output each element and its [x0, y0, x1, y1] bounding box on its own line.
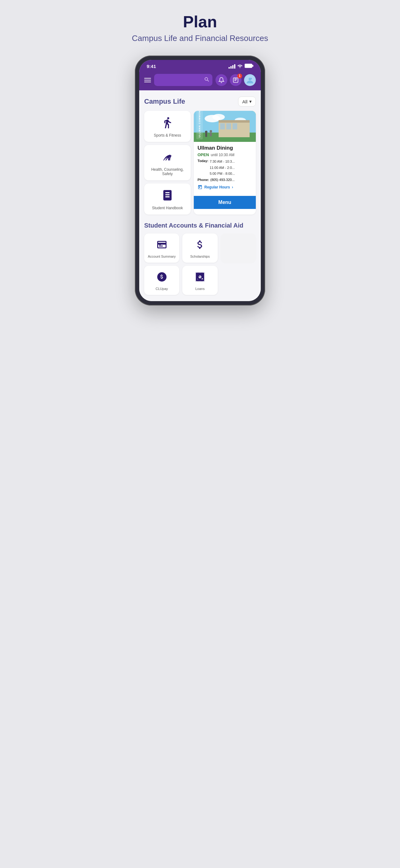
until-text: until 10:30 AM [211, 153, 234, 157]
search-input[interactable] [157, 78, 202, 83]
today-label: Today: [198, 159, 208, 177]
hours-1: 7:30 AM - 10:3... [210, 159, 235, 164]
student-handbook-card[interactable]: Student Handbook [144, 183, 191, 215]
svg-point-12 [212, 114, 225, 120]
clupay-label: CLUpay [156, 287, 168, 290]
notifications-button[interactable]: 1 [230, 74, 241, 86]
phone-label: Phone: [198, 178, 209, 182]
loans-icon: % [194, 271, 206, 284]
chevron-down-icon: ▾ [249, 99, 252, 104]
svg-rect-1 [245, 64, 252, 68]
page-subtitle: Campus Life and Financial Resources [132, 34, 268, 43]
third-fin-card[interactable] [221, 234, 256, 262]
phone-number: (805) 493-320... [210, 178, 234, 182]
dining-card[interactable]: ULLMAN COMMONS Ullman Dining OPEN until … [194, 111, 256, 215]
campus-cards-column: Sports & Fitness Health, Counseling, Saf… [144, 111, 191, 215]
health-counseling-card[interactable]: Health, Counseling, Safety [144, 145, 191, 180]
clupay-card[interactable]: CLUpay [144, 266, 179, 295]
svg-point-21 [210, 130, 212, 132]
account-summary-icon [156, 239, 167, 251]
nav-actions: 1 [215, 74, 256, 86]
handbook-icon [161, 189, 174, 203]
open-badge: OPEN [198, 152, 209, 157]
svg-rect-15 [220, 123, 225, 129]
loans-label: Loans [195, 287, 205, 290]
svg-rect-22 [210, 132, 212, 136]
status-time: 9:41 [147, 64, 156, 69]
signal-bars [229, 64, 235, 69]
dining-name: Ullman Dining [198, 145, 252, 151]
health-counseling-label: Health, Counseling, Safety [147, 167, 188, 176]
phone-frame: 9:41 [135, 56, 265, 306]
status-bar: 9:41 [139, 60, 261, 71]
financial-aid-grid: Account Summary Scholarships [144, 234, 256, 295]
hamburger-icon[interactable] [144, 78, 151, 82]
filter-dropdown[interactable]: All ▾ [238, 97, 256, 106]
campus-life-title: Campus Life [144, 97, 185, 105]
dining-image-overlay: ULLMAN COMMONS [196, 111, 203, 140]
ullman-commons-text: ULLMAN COMMONS [198, 111, 201, 137]
sports-fitness-label: Sports & Fitness [154, 133, 181, 137]
regular-hours-button[interactable]: Regular Hours › [198, 183, 252, 191]
search-icon [204, 76, 209, 84]
filter-label: All [242, 99, 247, 104]
account-summary-card[interactable]: Account Summary [144, 234, 179, 262]
chevron-right-icon: › [232, 185, 233, 189]
financial-aid-section: Student Accounts & Financial Aid Account [144, 222, 256, 295]
student-handbook-label: Student Handbook [152, 206, 182, 210]
sports-icon [161, 116, 174, 130]
clupay-icon [156, 271, 167, 284]
account-summary-label: Account Summary [148, 254, 176, 258]
status-icons [229, 64, 253, 69]
menu-button[interactable]: Menu [194, 196, 256, 209]
svg-rect-2 [253, 65, 253, 67]
wifi-icon [237, 64, 243, 69]
svg-point-0 [240, 67, 241, 68]
dining-image: ULLMAN COMMONS [194, 111, 256, 142]
campus-grid: Sports & Fitness Health, Counseling, Saf… [144, 111, 256, 215]
search-bar[interactable] [154, 74, 212, 86]
battery-icon [245, 64, 253, 69]
scholarships-label: Scholarships [190, 254, 210, 258]
campus-life-header: Campus Life All ▾ [144, 97, 256, 106]
scholarships-card[interactable]: Scholarships [182, 234, 218, 262]
notification-badge: 1 [237, 73, 242, 79]
hours-list: 7:30 AM - 10:3... 11:00 AM - 2:0... 5:00… [210, 159, 235, 177]
main-content: Campus Life All ▾ [139, 90, 261, 301]
user-avatar[interactable] [244, 74, 256, 86]
svg-rect-18 [219, 120, 249, 123]
svg-point-8 [249, 78, 252, 81]
hours-2: 11:00 AM - 2:0... [210, 165, 235, 171]
svg-rect-16 [226, 123, 231, 129]
sports-fitness-card[interactable]: Sports & Fitness [144, 111, 191, 142]
svg-text:%: % [199, 275, 201, 278]
dining-status-row: OPEN until 10:30 AM [198, 152, 252, 157]
nav-bar: 1 [139, 71, 261, 90]
svg-rect-17 [233, 123, 237, 129]
svg-point-19 [205, 131, 207, 133]
financial-aid-title: Student Accounts & Financial Aid [144, 222, 256, 229]
dining-phone-row: Phone: (805) 493-320... [198, 178, 252, 182]
dining-info: Ullman Dining OPEN until 10:30 AM Today:… [194, 142, 256, 196]
scholarships-icon [194, 239, 206, 251]
dining-today-row: Today: 7:30 AM - 10:3... 11:00 AM - 2:0.… [198, 159, 252, 177]
regular-hours-label: Regular Hours [204, 185, 230, 189]
svg-rect-20 [205, 133, 207, 137]
page-title: Plan [183, 12, 217, 31]
health-icon [161, 151, 174, 164]
phone-screen: 9:41 [139, 60, 261, 301]
loans-card[interactable]: % Loans [182, 266, 218, 295]
hours-3: 5:00 PM - 8:00... [210, 171, 235, 177]
page-wrapper: Plan Campus Life and Financial Resources… [116, 12, 284, 306]
bell-button[interactable] [215, 74, 227, 86]
